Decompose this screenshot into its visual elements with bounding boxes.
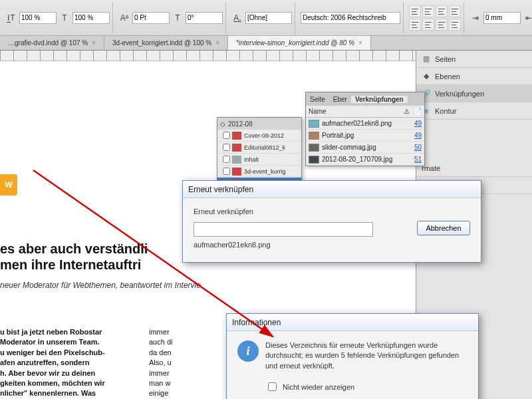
align-justify-right-button[interactable] — [436, 19, 448, 31]
skew-icon: T — [172, 12, 184, 24]
links-col-name[interactable]: Name — [309, 108, 404, 115]
doc-icon — [232, 132, 241, 140]
char-style-icon: A. — [231, 12, 243, 24]
relink-filename: aufmacher021ekn8.png — [194, 241, 470, 249]
layers-icon: ◆ — [422, 72, 431, 81]
link-page[interactable]: 49 — [412, 132, 422, 139]
align-left-button[interactable] — [409, 5, 421, 17]
book-panel-title: ◇ 2012-08 — [217, 118, 301, 130]
relink-dialog-title: Erneut verknüpfen — [183, 181, 481, 198]
skew-input[interactable] — [186, 12, 223, 24]
article-subline: neuer Moderator für Webthemen, beantwort… — [0, 281, 201, 290]
document-tab[interactable]: *interview-simon_korrigiert.indd @ 80 %× — [228, 36, 371, 50]
link-thumb — [309, 132, 319, 140]
book-row[interactable]: Editorial0812_k — [217, 142, 301, 154]
baseline-shift-icon: Aª — [118, 12, 130, 24]
align-justify-left-button[interactable] — [409, 19, 421, 31]
scale-v-input[interactable] — [72, 12, 110, 24]
align-right-button[interactable] — [436, 5, 448, 17]
article-headline: es aber auch verständli men ihre Interne… — [0, 241, 148, 273]
link-page[interactable]: 50 — [412, 144, 422, 151]
panel-kontur-button[interactable]: ≡Kontur — [416, 102, 532, 120]
book-row-check[interactable] — [223, 156, 230, 163]
link-page[interactable]: 51 — [412, 156, 422, 163]
links-columns-header: Name ⚠ 📄 — [306, 106, 424, 118]
links-tab-verknuepfungen[interactable]: Verknüpfungen — [351, 96, 408, 103]
links-row[interactable]: aufmacher021ekn8.png49 — [306, 118, 424, 130]
links-tab-seite[interactable]: Seite — [306, 96, 329, 103]
book-row[interactable]: Inhalt — [217, 154, 301, 166]
book-row-check[interactable] — [223, 144, 230, 151]
document-tab-label: *interview-simon_korrigiert.indd @ 80 % — [236, 39, 354, 47]
panel-seiten-button[interactable]: ▥Seiten — [416, 51, 532, 68]
indent-left-input[interactable] — [483, 12, 521, 24]
baseline-input[interactable] — [132, 12, 170, 24]
links-panel-tabs: Seite Eber Verknüpfungen — [306, 92, 424, 106]
links-panel[interactable]: Seite Eber Verknüpfungen Name ⚠ 📄 aufmac… — [305, 92, 425, 166]
panel-formate-button[interactable]: rmate — [416, 160, 532, 177]
dont-show-again-label: Nicht wieder anzeigen — [283, 383, 354, 391]
cancel-button[interactable]: Abbrechen — [417, 221, 470, 235]
page-col-icon: 📄 — [414, 108, 422, 115]
info-dialog: Informationen i Dieses Verzeichnis für e… — [226, 313, 479, 399]
link-thumb — [309, 144, 319, 152]
document-tab-label: 3d-event_korrigiert.indd @ 100 % — [112, 39, 211, 47]
book-row-label: Editorial0812_k — [244, 144, 285, 151]
align-toward-spine-button[interactable] — [449, 19, 461, 31]
link-thumb — [309, 156, 319, 164]
document-tab-label: …grafie-dvd.indd @ 107 % — [8, 39, 88, 47]
text-scale-v-icon: T — [59, 12, 70, 24]
link-name: 2012-08-20_170709.jpg — [322, 156, 412, 163]
paragraph-align-group — [409, 5, 461, 31]
relink-label: Erneut verknüpfen — [194, 207, 470, 215]
close-icon[interactable]: × — [358, 39, 362, 47]
char-style-select[interactable] — [245, 12, 292, 24]
link-page[interactable]: 49 — [412, 120, 422, 127]
link-name: aufmacher021ekn8.png — [322, 120, 412, 127]
info-icon: i — [237, 340, 259, 362]
close-icon[interactable]: × — [92, 39, 96, 47]
links-row[interactable]: 2012-08-20_170709.jpg51 — [306, 154, 424, 166]
doc-icon — [232, 168, 241, 176]
dont-show-again-checkbox[interactable]: Nicht wieder anzeigen — [265, 380, 467, 393]
indent-left-icon: ⇥ — [469, 12, 481, 24]
dont-show-again-input[interactable] — [268, 382, 277, 391]
relink-path-input[interactable] — [194, 222, 373, 237]
book-row[interactable]: 3d-event_korrig — [217, 166, 301, 178]
link-name: Portrait.jpg — [322, 132, 412, 139]
link-name: slider-commag.jpg — [322, 144, 412, 151]
document-tab[interactable]: …grafie-dvd.indd @ 107 %× — [0, 36, 104, 50]
close-icon[interactable]: × — [215, 39, 219, 47]
link-thumb — [309, 120, 319, 128]
info-dialog-title: Informationen — [227, 314, 478, 331]
links-row[interactable]: slider-commag.jpg50 — [306, 142, 424, 154]
links-tab-ebenen[interactable]: Eber — [329, 96, 351, 103]
panel-ebenen-button[interactable]: ◆Ebenen — [416, 68, 532, 85]
indent-right-icon: ⇤ — [523, 12, 532, 24]
document-tab[interactable]: 3d-event_korrigiert.indd @ 100 %× — [104, 36, 228, 50]
align-justify-button[interactable] — [449, 5, 461, 17]
warning-icon: ⚠ — [404, 108, 410, 115]
language-select[interactable] — [301, 12, 400, 24]
article-col1-text: u bist ja jetzt neben Robostar Moderator… — [0, 328, 105, 399]
doc-icon — [232, 144, 241, 152]
book-row-label: 3d-event_korrig — [244, 168, 286, 175]
relink-dialog: Erneut verknüpfen Erneut verknüpfen Abbr… — [182, 180, 481, 263]
align-justify-center-button[interactable] — [422, 19, 434, 31]
book-row-label: Cover-08-2012 — [244, 132, 284, 139]
align-center-button[interactable] — [422, 5, 434, 17]
orange-badge: W — [0, 174, 17, 196]
scale-h-input[interactable] — [19, 12, 57, 24]
top-toolbar: I̲T T Aª T A. ⇥ ⇤ ≡ ≡ — [0, 0, 532, 36]
links-row[interactable]: Portrait.jpg49 — [306, 130, 424, 142]
doc-icon — [232, 156, 241, 164]
pages-icon: ▥ — [422, 55, 431, 64]
text-scale-h-icon: I̲T — [5, 12, 17, 24]
book-row-check[interactable] — [223, 132, 230, 139]
book-row-label: Inhalt — [244, 156, 259, 163]
document-tab-bar: …grafie-dvd.indd @ 107 %× 3d-event_korri… — [0, 36, 532, 51]
info-message: Dieses Verzeichnis für erneute Verknüpfu… — [265, 340, 467, 371]
book-row-check[interactable] — [223, 168, 230, 175]
panel-verknuepfungen-button[interactable]: 🔗Verknüpfungen — [416, 85, 532, 102]
book-row[interactable]: Cover-08-2012 — [217, 130, 301, 142]
